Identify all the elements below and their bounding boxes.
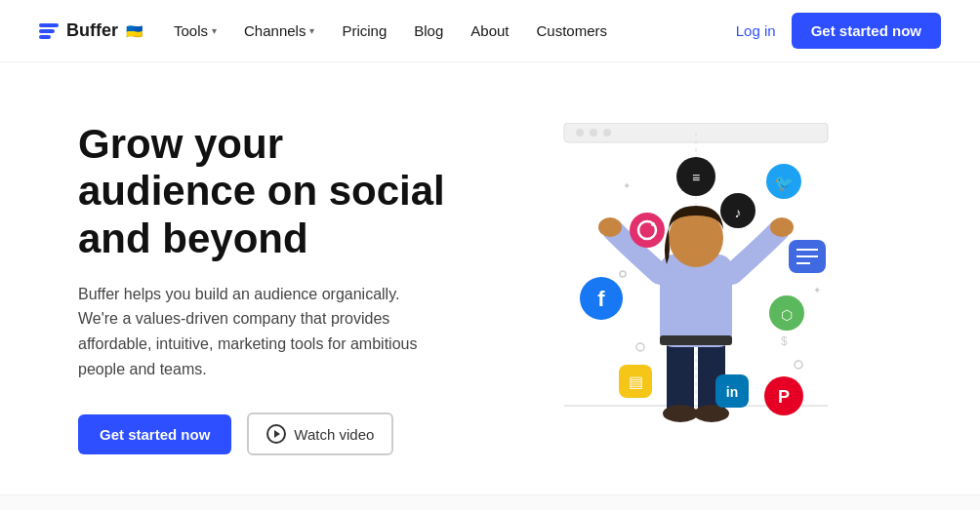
svg-text:🐦: 🐦	[774, 174, 794, 192]
svg-point-23	[651, 222, 655, 226]
login-button[interactable]: Log in	[736, 22, 776, 39]
get-started-button[interactable]: Get started now	[792, 13, 941, 49]
svg-point-21	[630, 213, 665, 248]
nav-link-blog[interactable]: Blog	[414, 22, 443, 39]
svg-point-3	[603, 129, 611, 137]
buffer-logo-icon	[39, 23, 59, 39]
ukraine-flag: 🇺🇦	[126, 23, 143, 39]
nav-link-customers[interactable]: Customers	[537, 22, 608, 39]
svg-text:f: f	[597, 287, 605, 311]
hero-content: Grow your audience on social and beyond …	[78, 121, 449, 455]
svg-point-8	[663, 405, 698, 422]
svg-rect-10	[660, 255, 732, 347]
hero-illustration: ≡ ♪ 🐦 f ▤ in P ⬡	[490, 123, 902, 454]
brands-bar: #Huckberry FOOD52 The Sill BURROW HappyS…	[0, 494, 980, 510]
chevron-down-icon: ▾	[212, 25, 217, 36]
nav-right: Log in Get started now	[736, 13, 941, 49]
svg-point-1	[576, 129, 584, 137]
chevron-down-icon: ▾	[309, 25, 314, 36]
svg-point-14	[770, 217, 794, 237]
hero-title: Grow your audience on social and beyond	[78, 121, 449, 262]
logo-text: Buffer	[66, 20, 118, 41]
svg-point-2	[590, 129, 597, 137]
svg-text:✦: ✦	[623, 180, 631, 191]
svg-text:P: P	[778, 387, 790, 407]
svg-text:$: $	[781, 334, 788, 348]
svg-text:✦: ✦	[813, 285, 821, 295]
svg-point-41	[636, 343, 644, 351]
watch-video-label: Watch video	[294, 426, 374, 443]
svg-text:≡: ≡	[692, 170, 700, 185]
nav-links: Tools ▾ Channels ▾ Pricing Blog About Cu…	[174, 22, 607, 39]
play-icon	[266, 424, 286, 444]
hero-section: Grow your audience on social and beyond …	[0, 62, 980, 494]
svg-text:⬡: ⬡	[781, 307, 793, 323]
svg-point-42	[620, 271, 626, 277]
nav-link-about[interactable]: About	[470, 22, 509, 39]
logo[interactable]: Buffer 🇺🇦	[39, 20, 143, 41]
svg-text:♪: ♪	[735, 205, 742, 220]
nav-link-pricing[interactable]: Pricing	[342, 22, 387, 39]
hero-description: Buffer helps you build an audience organ…	[78, 282, 429, 381]
hero-svg: ≡ ♪ 🐦 f ▤ in P ⬡	[525, 123, 867, 454]
hero-cta-secondary[interactable]: Watch video	[247, 412, 393, 455]
hero-buttons: Get started now Watch video	[78, 412, 449, 455]
svg-rect-6	[667, 337, 694, 415]
nav-link-tools[interactable]: Tools ▾	[174, 22, 217, 39]
navbar: Buffer 🇺🇦 Tools ▾ Channels ▾ Pricing Blo…	[0, 0, 980, 62]
svg-point-13	[598, 217, 622, 237]
svg-text:▤: ▤	[629, 373, 643, 390]
nav-left: Buffer 🇺🇦 Tools ▾ Channels ▾ Pricing Blo…	[39, 20, 607, 41]
hero-cta-primary[interactable]: Get started now	[78, 414, 231, 454]
svg-point-40	[795, 361, 802, 369]
svg-rect-11	[660, 335, 732, 345]
svg-text:in: in	[726, 384, 738, 400]
nav-link-channels[interactable]: Channels ▾	[244, 22, 314, 39]
